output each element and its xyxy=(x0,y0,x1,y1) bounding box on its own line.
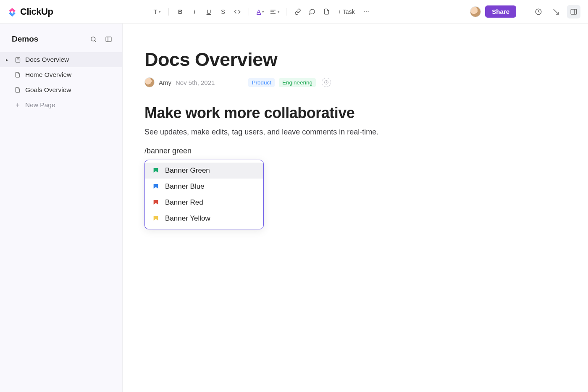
search-icon[interactable] xyxy=(88,34,99,45)
svg-point-3 xyxy=(364,11,365,12)
doc-icon xyxy=(14,87,21,93)
topbar: ClickUp T▾ B I U S A▾ ▾ + Task xyxy=(0,0,588,24)
sidebar: Demos ▸ Docs Overview ▸ Home Overview xyxy=(0,24,123,392)
plus-icon xyxy=(14,102,21,108)
doc-meta: Amy Nov 5th, 2021 Product Engineering xyxy=(144,77,522,87)
slash-item-label: Banner Blue xyxy=(165,182,205,191)
tag-product[interactable]: Product xyxy=(248,78,275,87)
brand-name: ClickUp xyxy=(20,6,53,17)
sidebar-header: Demos xyxy=(0,34,122,52)
more-button[interactable] xyxy=(360,5,373,18)
doc-icon xyxy=(14,71,21,78)
banner-red-icon xyxy=(152,199,159,206)
toolbar-separator xyxy=(168,8,169,16)
slash-item-label: Banner Green xyxy=(165,166,210,175)
svg-point-4 xyxy=(366,11,367,12)
sidebar-item-label: Home Overview xyxy=(25,71,71,79)
chevron-right-icon: ▸ xyxy=(6,57,10,63)
bold-button[interactable]: B xyxy=(174,5,186,18)
add-tag-button[interactable] xyxy=(322,78,331,87)
slash-item-label: Banner Yellow xyxy=(165,214,210,223)
download-button[interactable] xyxy=(549,5,563,18)
section-paragraph[interactable]: See updates, make edits, tag users, and … xyxy=(144,128,522,137)
italic-button[interactable]: I xyxy=(188,5,201,18)
sidebar-new-page[interactable]: ▸ New Page xyxy=(0,97,122,113)
slash-item-banner-yellow[interactable]: Banner Yellow xyxy=(145,210,263,226)
sidebar-item-docs-overview[interactable]: ▸ Docs Overview xyxy=(0,52,122,67)
sidebar-item-label: Docs Overview xyxy=(25,56,69,63)
toolbar-separator xyxy=(249,8,249,16)
slash-command-input[interactable]: /banner green xyxy=(144,147,522,155)
slash-item-banner-red[interactable]: Banner Red xyxy=(145,195,263,210)
user-avatar[interactable] xyxy=(470,6,481,17)
collapse-sidebar-icon[interactable] xyxy=(103,34,114,45)
code-button[interactable] xyxy=(231,5,244,18)
slash-menu: Banner Green Banner Blue Banner Red Bann… xyxy=(144,160,264,229)
slash-item-banner-green[interactable]: Banner Green xyxy=(145,163,263,179)
sidebar-item-goals-overview[interactable]: ▸ Goals Overview xyxy=(0,82,122,97)
slash-item-banner-blue[interactable]: Banner Blue xyxy=(145,179,263,195)
page-button[interactable] xyxy=(320,5,333,18)
author-name: Amy xyxy=(159,79,171,86)
banner-yellow-icon xyxy=(152,215,159,222)
underline-button[interactable]: U xyxy=(202,5,215,18)
toolbar-separator xyxy=(286,8,286,16)
text-color-button[interactable]: A▾ xyxy=(254,5,267,18)
text-style-button[interactable]: T▾ xyxy=(151,5,163,18)
svg-point-9 xyxy=(91,37,95,41)
history-button[interactable] xyxy=(532,5,545,18)
main-content: Docs Overview Amy Nov 5th, 2021 Product … xyxy=(123,24,588,392)
svg-rect-7 xyxy=(571,9,577,14)
add-task-button[interactable]: + Task xyxy=(334,5,358,18)
svg-point-5 xyxy=(368,11,368,12)
format-toolbar: T▾ B I U S A▾ ▾ + Task xyxy=(53,5,470,18)
share-button[interactable]: Share xyxy=(485,5,516,18)
clickup-logo-icon xyxy=(7,6,18,17)
doc-date: Nov 5th, 2021 xyxy=(176,79,215,86)
brand-logo[interactable]: ClickUp xyxy=(7,6,53,17)
align-button[interactable]: ▾ xyxy=(268,5,281,18)
tag-engineering[interactable]: Engineering xyxy=(279,78,316,87)
section-heading[interactable]: Make work more collaborative xyxy=(144,104,522,122)
sidebar-item-label: New Page xyxy=(25,101,55,109)
sidebar-item-label: Goals Overview xyxy=(25,86,71,94)
svg-rect-11 xyxy=(106,37,111,41)
toolbar-separator xyxy=(524,8,524,16)
doc-title[interactable]: Docs Overview xyxy=(144,49,522,71)
svg-line-10 xyxy=(94,40,96,42)
banner-blue-icon xyxy=(152,183,159,190)
author-avatar[interactable] xyxy=(144,77,155,87)
banner-green-icon xyxy=(152,167,159,174)
sidebar-title: Demos xyxy=(12,34,38,44)
link-button[interactable] xyxy=(291,5,304,18)
sidebar-item-home-overview[interactable]: ▸ Home Overview xyxy=(0,67,122,82)
strikethrough-button[interactable]: S xyxy=(217,5,229,18)
panel-toggle-button[interactable] xyxy=(567,5,580,18)
doc-icon xyxy=(14,56,21,63)
right-tools: Share xyxy=(470,5,580,18)
slash-item-label: Banner Red xyxy=(165,198,203,207)
comment-button[interactable] xyxy=(306,5,318,18)
